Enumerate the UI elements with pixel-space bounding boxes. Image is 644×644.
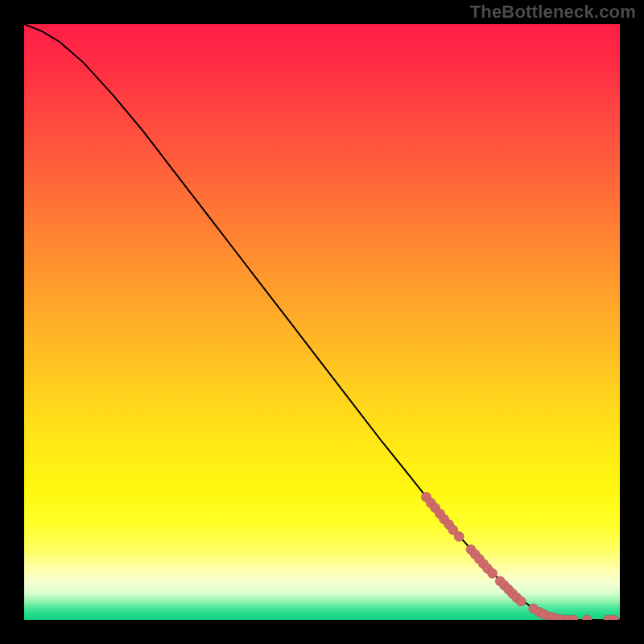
gradient-background <box>24 24 620 620</box>
outer-frame: TheBottleneck.com <box>0 0 644 644</box>
chart-plot-area <box>24 24 620 620</box>
gpu-marker <box>454 531 464 541</box>
chart-svg <box>24 24 620 620</box>
watermark-label: TheBottleneck.com <box>470 2 636 23</box>
gpu-marker <box>516 597 526 606</box>
gpu-marker <box>488 568 497 578</box>
